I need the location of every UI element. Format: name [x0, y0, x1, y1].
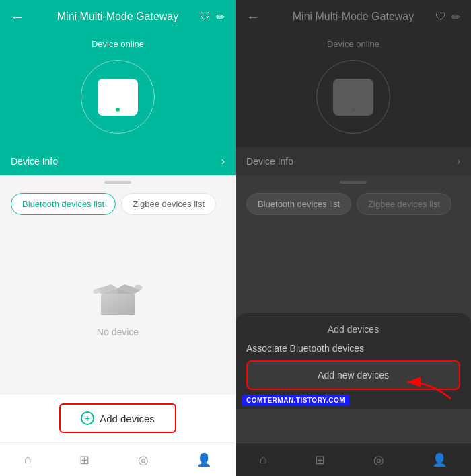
drag-handle-bar	[104, 181, 131, 184]
header-icons: 🛡 ✏	[200, 11, 225, 24]
svg-point-6	[94, 290, 98, 294]
right-bottom-nav: ⌂ ⊞ ◎ 👤	[236, 442, 471, 476]
device-dot	[116, 108, 120, 112]
right-tab-bluetooth[interactable]: Bluetooth devices list	[246, 193, 351, 215]
right-device-info-bar[interactable]: Device Info ›	[236, 147, 471, 175]
device-status: Device online	[92, 39, 144, 49]
device-info-bar[interactable]: Device Info ›	[0, 147, 236, 175]
left-body: Bluetooth devices list Zigbee devices li…	[0, 175, 236, 442]
tab-bar: Bluetooth devices list Zigbee devices li…	[0, 189, 236, 219]
right-nav-automations[interactable]: ◎	[373, 452, 384, 467]
add-devices-label: Add devices	[100, 413, 155, 424]
right-tab-bar: Bluetooth devices list Zigbee devices li…	[236, 189, 471, 219]
left-hero: Device online	[0, 34, 236, 147]
right-edit-icon: ✏	[451, 11, 460, 24]
add-devices-button[interactable]: + Add devices	[59, 403, 176, 433]
right-drag-handle	[236, 175, 471, 189]
empty-state: No device	[0, 219, 236, 393]
right-back-arrow-icon[interactable]: ←	[246, 9, 260, 25]
left-panel: ← Mini Multi-Mode Gateway 🛡 ✏ Device onl…	[0, 0, 236, 476]
devices-icon: ⊞	[79, 452, 89, 467]
right-devices-icon: ⊞	[315, 452, 325, 467]
empty-text: No device	[97, 327, 139, 338]
shield-icon: 🛡	[200, 11, 211, 24]
add-new-devices-button[interactable]: Add new devices	[246, 360, 460, 390]
tab-bluetooth[interactable]: Bluetooth devices list	[11, 193, 116, 215]
plus-circle-icon: +	[81, 411, 94, 425]
back-arrow-icon[interactable]: ←	[11, 9, 24, 25]
right-profile-icon: 👤	[432, 452, 447, 467]
nav-profile[interactable]: 👤	[196, 452, 211, 467]
bottom-sheet-title: Add devices	[246, 324, 460, 335]
right-chevron-icon: ›	[457, 155, 460, 167]
right-tab-zigbee[interactable]: Zigbee devices list	[357, 193, 451, 215]
right-device-info-label: Device Info	[246, 156, 293, 167]
device-circle	[81, 60, 155, 134]
watermark: COMTERMAN.TISTORY.COM	[242, 395, 349, 406]
chevron-right-icon: ›	[221, 155, 225, 167]
home-icon: ⌂	[24, 452, 32, 467]
nav-devices[interactable]: ⊞	[79, 452, 89, 467]
right-title: Mini Multi-Mode Gateway	[293, 11, 414, 23]
right-drag-handle-bar	[340, 181, 367, 184]
right-nav-home[interactable]: ⌂	[260, 452, 267, 467]
edit-icon[interactable]: ✏	[216, 11, 225, 24]
bottom-sheet-section-title: Associate Bluetooth devices	[246, 343, 460, 354]
svg-point-8	[138, 286, 143, 290]
right-body: Bluetooth devices list Zigbee devices li…	[236, 175, 471, 442]
tab-zigbee[interactable]: Zigbee devices list	[121, 193, 216, 215]
right-device-dot	[351, 108, 355, 112]
left-header: ← Mini Multi-Mode Gateway 🛡 ✏	[0, 0, 236, 34]
right-automations-icon: ◎	[373, 452, 384, 467]
profile-icon: 👤	[196, 452, 211, 467]
right-header: ← Mini Multi-Mode Gateway 🛡 ✏	[236, 0, 471, 34]
empty-box-icon	[91, 275, 145, 319]
add-devices-bar: + Add devices	[0, 393, 236, 442]
right-nav-devices[interactable]: ⊞	[315, 452, 325, 467]
bottom-nav: ⌂ ⊞ ◎ 👤	[0, 442, 236, 476]
right-device-circle	[316, 60, 390, 134]
right-device-box	[333, 79, 373, 116]
right-panel: ← Mini Multi-Mode Gateway 🛡 ✏ Device onl…	[236, 0, 471, 476]
right-header-icons: 🛡 ✏	[435, 11, 460, 24]
right-nav-profile[interactable]: 👤	[432, 452, 447, 467]
drag-handle	[0, 175, 236, 189]
svg-rect-0	[101, 294, 135, 315]
device-info-label: Device Info	[11, 156, 58, 167]
right-hero: Device online	[236, 34, 471, 147]
right-device-status: Device online	[327, 39, 379, 49]
automations-icon: ◎	[138, 452, 149, 467]
nav-home[interactable]: ⌂	[24, 452, 32, 467]
right-home-icon: ⌂	[260, 452, 267, 467]
right-shield-icon: 🛡	[435, 11, 446, 24]
left-title: Mini Multi-Mode Gateway	[57, 11, 179, 23]
device-box	[98, 79, 138, 116]
nav-automations[interactable]: ◎	[138, 452, 149, 467]
